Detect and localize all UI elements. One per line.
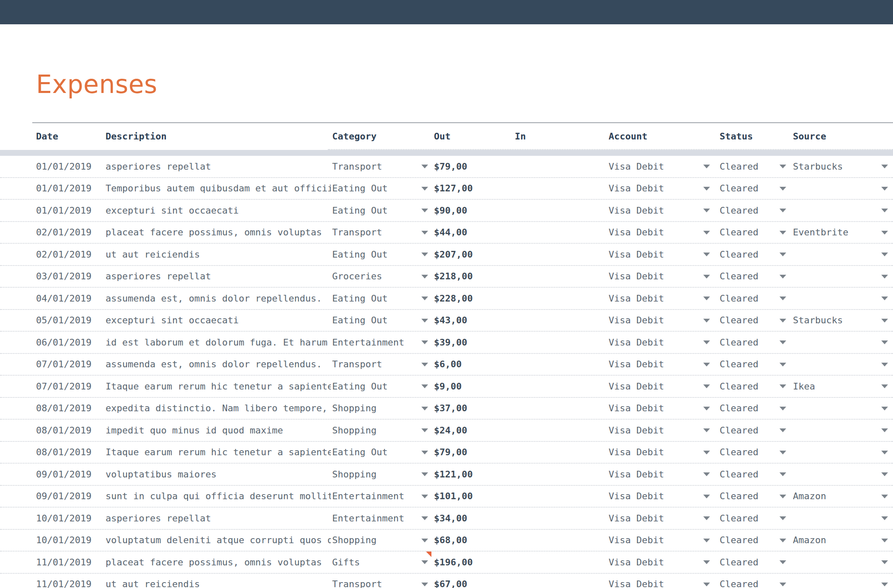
cell-out[interactable]: $90,00 — [434, 200, 509, 221]
cell-description[interactable]: asperiores repellat — [106, 508, 331, 529]
cell-category[interactable]: Transport — [332, 156, 428, 177]
cell-category[interactable]: Eating Out — [332, 376, 428, 397]
chevron-down-icon[interactable] — [779, 384, 786, 388]
cell-date[interactable]: 03/01/2019 — [36, 266, 103, 287]
chevron-down-icon[interactable] — [881, 363, 888, 366]
cell-description[interactable]: asperiores repellat — [106, 266, 331, 287]
chevron-down-icon[interactable] — [881, 516, 888, 520]
cell-date[interactable]: 09/01/2019 — [36, 464, 103, 485]
chevron-down-icon[interactable] — [881, 384, 888, 388]
cell-category[interactable]: Eating Out — [332, 178, 428, 199]
cell-in[interactable] — [515, 310, 590, 331]
chevron-down-icon[interactable] — [881, 209, 888, 212]
chevron-down-icon[interactable] — [703, 539, 710, 542]
cell-account[interactable]: Visa Debit — [609, 222, 710, 243]
cell-description[interactable]: ut aut reiciendis — [106, 574, 331, 588]
chevron-down-icon[interactable] — [779, 187, 786, 191]
chevron-down-icon[interactable] — [881, 451, 888, 454]
cell-in[interactable] — [515, 178, 590, 199]
cell-account[interactable]: Visa Debit — [609, 310, 710, 331]
cell-description[interactable]: Itaque earum rerum hic tenetur a sapient… — [106, 376, 331, 397]
cell-status[interactable]: Cleared — [720, 376, 786, 397]
chevron-down-icon[interactable] — [421, 539, 428, 542]
cell-account[interactable]: Visa Debit — [609, 552, 710, 573]
column-header-date[interactable]: Date — [36, 122, 103, 150]
cell-source[interactable]: Starbucks — [793, 156, 888, 177]
chevron-down-icon[interactable] — [703, 384, 710, 388]
cell-out[interactable]: $127,00 — [434, 178, 509, 199]
cell-in[interactable] — [515, 464, 590, 485]
chevron-down-icon[interactable] — [779, 428, 786, 432]
cell-category[interactable]: Shopping — [332, 530, 428, 551]
cell-description[interactable]: sunt in culpa qui officia deserunt molli… — [106, 486, 331, 507]
cell-out[interactable]: $39,00 — [434, 332, 509, 353]
cell-description[interactable]: placeat facere possimus, omnis voluptas — [106, 552, 331, 573]
cell-date[interactable]: 01/01/2019 — [36, 156, 103, 177]
cell-source[interactable] — [793, 464, 888, 485]
cell-category[interactable]: Transport — [332, 222, 428, 243]
cell-description[interactable]: placeat facere possimus, omnis voluptas — [106, 222, 331, 243]
chevron-down-icon[interactable] — [779, 495, 786, 498]
cell-source[interactable] — [793, 288, 888, 309]
chevron-down-icon[interactable] — [703, 363, 710, 366]
cell-description[interactable]: ut aut reiciendis — [106, 244, 331, 265]
cell-date[interactable]: 02/01/2019 — [36, 222, 103, 243]
cell-out[interactable]: $9,00 — [434, 376, 509, 397]
cell-status[interactable]: Cleared — [720, 420, 786, 441]
cell-account[interactable]: Visa Debit — [609, 420, 710, 441]
cell-status[interactable]: Cleared — [720, 332, 786, 353]
chevron-down-icon[interactable] — [779, 472, 786, 476]
cell-description[interactable]: impedit quo minus id quod maxime — [106, 420, 331, 441]
cell-category[interactable]: Shopping — [332, 398, 428, 419]
chevron-down-icon[interactable] — [421, 363, 428, 366]
cell-category[interactable]: Groceries — [332, 266, 428, 287]
chevron-down-icon[interactable] — [881, 340, 888, 344]
chevron-down-icon[interactable] — [779, 340, 786, 344]
cell-account[interactable]: Visa Debit — [609, 574, 710, 588]
chevron-down-icon[interactable] — [703, 451, 710, 454]
chevron-down-icon[interactable] — [421, 209, 428, 212]
chevron-down-icon[interactable] — [881, 253, 888, 256]
chevron-down-icon[interactable] — [779, 451, 786, 454]
cell-description[interactable]: Temporibus autem quibusdam et aut offici… — [106, 178, 331, 199]
cell-description[interactable]: asperiores repellat — [106, 156, 331, 177]
column-header-category[interactable]: Category — [332, 122, 428, 150]
cell-in[interactable] — [515, 574, 590, 588]
cell-source[interactable] — [793, 266, 888, 287]
chevron-down-icon[interactable] — [421, 451, 428, 454]
cell-status[interactable]: Cleared — [720, 552, 786, 573]
cell-in[interactable] — [515, 222, 590, 243]
cell-category[interactable]: Gifts — [332, 552, 428, 573]
cell-account[interactable]: Visa Debit — [609, 200, 710, 221]
cell-out[interactable]: $218,00 — [434, 266, 509, 287]
cell-in[interactable] — [515, 354, 590, 375]
cell-category[interactable]: Shopping — [332, 464, 428, 485]
cell-out[interactable]: $121,00 — [434, 464, 509, 485]
cell-account[interactable]: Visa Debit — [609, 508, 710, 529]
column-header-out[interactable]: Out — [434, 122, 509, 150]
cell-status[interactable]: Cleared — [720, 354, 786, 375]
chevron-down-icon[interactable] — [703, 165, 710, 168]
chevron-down-icon[interactable] — [421, 231, 428, 235]
column-header-source[interactable]: Source — [793, 122, 888, 150]
chevron-down-icon[interactable] — [779, 165, 786, 168]
cell-date[interactable]: 09/01/2019 — [36, 486, 103, 507]
chevron-down-icon[interactable] — [421, 428, 428, 432]
cell-date[interactable]: 08/01/2019 — [36, 442, 103, 463]
chevron-down-icon[interactable] — [881, 297, 888, 300]
chevron-down-icon[interactable] — [779, 319, 786, 322]
column-header-account[interactable]: Account — [609, 122, 710, 150]
chevron-down-icon[interactable] — [779, 231, 786, 235]
cell-in[interactable] — [515, 420, 590, 441]
chevron-down-icon[interactable] — [703, 407, 710, 410]
cell-out[interactable]: $24,00 — [434, 420, 509, 441]
chevron-down-icon[interactable] — [421, 187, 428, 191]
cell-status[interactable]: Cleared — [720, 310, 786, 331]
cell-date[interactable]: 11/01/2019 — [36, 574, 103, 588]
cell-out[interactable]: $68,00 — [434, 530, 509, 551]
chevron-down-icon[interactable] — [881, 472, 888, 476]
cell-in[interactable] — [515, 266, 590, 287]
cell-description[interactable]: voluptatum deleniti atque corrupti quos … — [106, 530, 331, 551]
cell-account[interactable]: Visa Debit — [609, 442, 710, 463]
chevron-down-icon[interactable] — [881, 165, 888, 168]
